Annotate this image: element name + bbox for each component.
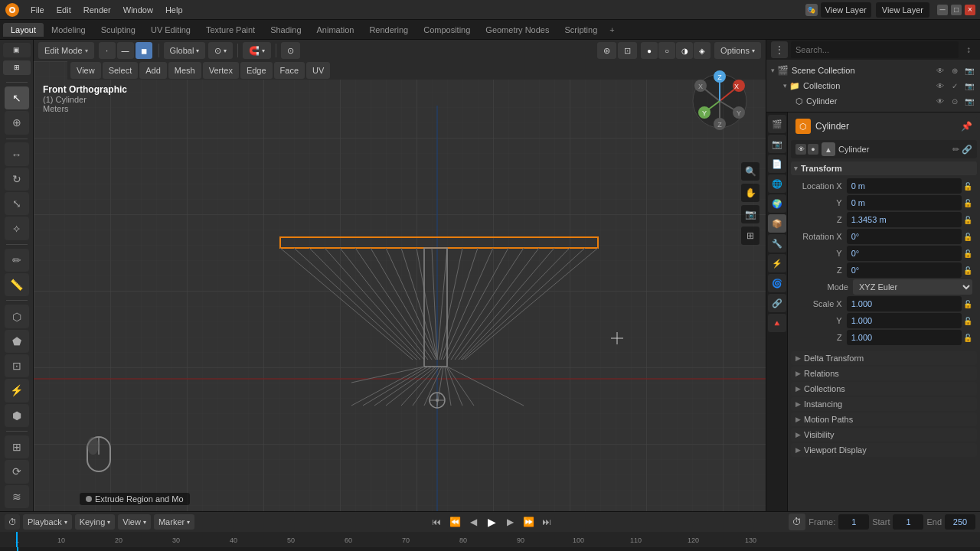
tab-layout[interactable]: Layout bbox=[3, 23, 44, 37]
tool-move[interactable]: ↔ bbox=[5, 142, 29, 165]
hand-icon[interactable]: ✋ bbox=[741, 184, 760, 202]
scale-x-input[interactable] bbox=[847, 296, 962, 311]
rp-filter-btn[interactable]: ⋮ bbox=[771, 41, 788, 58]
marker-menu[interactable]: Marker ▾ bbox=[154, 514, 194, 530]
face-menu-btn[interactable]: Face bbox=[274, 62, 305, 79]
scene-collection-header[interactable]: ▾ 🎬 Scene Collection 👁 ⊕ 📷 bbox=[771, 63, 975, 78]
xray-btn[interactable]: ⊡ bbox=[618, 42, 637, 59]
grid-icon[interactable]: ⊞ bbox=[741, 227, 760, 245]
scale-y-lock[interactable]: 🔓 bbox=[963, 315, 972, 326]
rotation-y-input[interactable] bbox=[847, 246, 962, 261]
rotation-x-input[interactable] bbox=[847, 229, 962, 244]
rotation-y-lock[interactable]: 🔓 bbox=[963, 248, 972, 259]
collection-item[interactable]: ▾ 📁 Collection 👁 ✓ 📷 bbox=[771, 78, 975, 93]
viewport-3d-area[interactable] bbox=[34, 61, 766, 511]
outliner-search[interactable] bbox=[791, 41, 959, 58]
jump-start-btn[interactable]: ⏮ bbox=[428, 514, 445, 530]
close-btn[interactable]: × bbox=[965, 5, 975, 15]
relations-section[interactable]: ▶ Relations bbox=[791, 367, 977, 380]
snap-btn[interactable]: 🧲 ▾ bbox=[243, 42, 271, 59]
cyl-cam-btn[interactable]: 📷 bbox=[963, 95, 975, 107]
edge-menu-btn[interactable]: Edge bbox=[240, 62, 273, 79]
rotation-mode-select[interactable]: XYZ Euler XZY Euler YXZ Euler Quaternion bbox=[853, 279, 972, 295]
world-tab[interactable]: 🌍 bbox=[768, 194, 786, 213]
pivot-select[interactable]: ⊙ ▾ bbox=[208, 42, 233, 59]
add-workspace-btn[interactable]: + bbox=[605, 23, 619, 37]
tool-transform[interactable]: ⟡ bbox=[5, 217, 29, 240]
location-y-lock[interactable]: 🔓 bbox=[963, 197, 972, 208]
blender-logo[interactable] bbox=[5, 2, 20, 18]
scale-z-lock[interactable]: 🔓 bbox=[963, 332, 972, 343]
mesh-action-edit[interactable]: ✏ bbox=[952, 145, 959, 155]
col-excl-btn[interactable]: ✓ bbox=[949, 80, 961, 92]
navigation-gizmo[interactable]: X X Y Z Z bbox=[689, 70, 750, 133]
output-tab[interactable]: 📷 bbox=[768, 135, 786, 153]
particles-tab[interactable]: ⚡ bbox=[768, 254, 786, 272]
constraints-tab[interactable]: 🔗 bbox=[768, 294, 786, 312]
delta-transform-section[interactable]: ▶ Delta Transform bbox=[791, 351, 977, 365]
menu-edit[interactable]: Edit bbox=[51, 4, 77, 16]
tab-sculpting[interactable]: Sculpting bbox=[93, 23, 143, 37]
face-mode-btn[interactable]: ◼ bbox=[136, 42, 152, 59]
uv-menu-btn[interactable]: UV bbox=[306, 62, 330, 79]
tab-geometry-nodes[interactable]: Geometry Nodes bbox=[478, 23, 557, 37]
location-z-lock[interactable]: 🔓 bbox=[963, 214, 972, 225]
tool-rotate[interactable]: ↻ bbox=[5, 168, 29, 191]
tab-animation[interactable]: Animation bbox=[309, 23, 362, 37]
scene-select[interactable]: View Layer bbox=[821, 2, 871, 18]
location-y-input[interactable] bbox=[847, 195, 962, 210]
select-menu-btn[interactable]: Select bbox=[103, 62, 139, 79]
mesh-hide-render-btn[interactable]: ● bbox=[808, 144, 818, 155]
timeline-type-btn[interactable]: ⏱ bbox=[5, 514, 20, 530]
tool-extrude[interactable]: ⊞ bbox=[5, 435, 29, 458]
motion-paths-section[interactable]: ▶ Motion Paths bbox=[791, 412, 977, 426]
play-btn[interactable]: ▶ bbox=[483, 514, 500, 530]
overlay-btn[interactable]: ⊛ bbox=[597, 42, 616, 59]
view-layer-tab[interactable]: 📄 bbox=[768, 155, 786, 173]
instancing-section[interactable]: ▶ Instancing bbox=[791, 397, 977, 411]
viewport[interactable]: Edit Mode ▾ · — ◼ Global ▾ ⊙ ▾ 🧲 ▾ bbox=[34, 40, 766, 511]
render-view-btn[interactable]: ◈ bbox=[694, 42, 710, 59]
vertex-menu-btn[interactable]: Vertex bbox=[203, 62, 239, 79]
tab-modeling[interactable]: Modeling bbox=[44, 23, 93, 37]
tab-texture-paint[interactable]: Texture Paint bbox=[198, 23, 263, 37]
object-tab[interactable]: 📦 bbox=[768, 214, 786, 233]
jump-end-btn[interactable]: ⏭ bbox=[538, 514, 555, 530]
menu-file[interactable]: File bbox=[24, 4, 51, 16]
view-mode-btn[interactable]: ⊞ bbox=[3, 60, 31, 75]
vert-mode-btn[interactable]: · bbox=[99, 42, 116, 59]
menu-render[interactable]: Render bbox=[77, 4, 117, 16]
tool-poly-build[interactable]: ⬢ bbox=[5, 404, 29, 427]
scene-tab[interactable]: 🌐 bbox=[768, 174, 786, 193]
render-tab[interactable]: 🎬 bbox=[768, 115, 786, 133]
step-forward-btn[interactable]: ▶ bbox=[501, 514, 518, 530]
menu-window[interactable]: Window bbox=[117, 4, 159, 16]
step-back-btn[interactable]: ◀ bbox=[465, 514, 482, 530]
tool-knife[interactable]: ⚡ bbox=[5, 379, 29, 402]
col-cam-btn[interactable]: 📷 bbox=[963, 80, 975, 92]
zoom-icon[interactable]: 🔍 bbox=[741, 162, 760, 181]
obj-name-field[interactable]: Cylinder bbox=[815, 121, 849, 132]
tab-shading[interactable]: Shading bbox=[263, 23, 309, 37]
scale-y-input[interactable] bbox=[847, 313, 962, 328]
tab-scripting[interactable]: Scripting bbox=[557, 23, 605, 37]
menu-help[interactable]: Help bbox=[159, 4, 189, 16]
proportional-btn[interactable]: ⊙ bbox=[281, 42, 300, 59]
mesh-action-link[interactable]: 🔗 bbox=[962, 145, 972, 155]
maximize-btn[interactable]: □ bbox=[951, 5, 962, 15]
view-menu[interactable]: View ▾ bbox=[118, 514, 151, 530]
keying-menu[interactable]: Keying ▾ bbox=[75, 514, 116, 530]
location-z-input[interactable] bbox=[847, 212, 962, 227]
cyl-sel-btn[interactable]: ⊙ bbox=[949, 95, 961, 107]
start-frame-input[interactable] bbox=[893, 514, 923, 530]
scale-x-lock[interactable]: 🔓 bbox=[963, 298, 972, 309]
tool-cursor[interactable]: ⊕ bbox=[5, 111, 29, 134]
tab-rendering[interactable]: Rendering bbox=[361, 23, 416, 37]
cylinder-item[interactable]: ⬡ Cylinder 👁 ⊙ 📷 bbox=[771, 93, 975, 109]
current-frame-input[interactable] bbox=[838, 514, 869, 530]
physics-tab[interactable]: 🌀 bbox=[768, 274, 786, 292]
modifier-tab[interactable]: 🔧 bbox=[768, 234, 786, 253]
tool-inset[interactable]: ⬡ bbox=[5, 305, 29, 328]
viewport-display-section[interactable]: ▶ Viewport Display bbox=[791, 443, 977, 457]
rotation-x-lock[interactable]: 🔓 bbox=[963, 231, 972, 242]
